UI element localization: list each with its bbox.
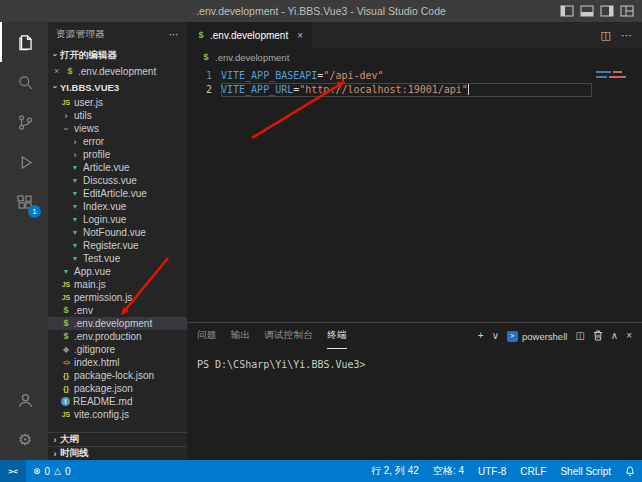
open-editor-item[interactable]: × $ .env.development bbox=[48, 64, 187, 78]
chevron-right-icon: › bbox=[61, 111, 71, 121]
vue-file-icon: ▼ bbox=[70, 216, 80, 223]
customize-layout-icon[interactable] bbox=[620, 5, 634, 17]
tree-file-NotFound.vue[interactable]: ▼NotFound.vue bbox=[48, 226, 187, 239]
file-label: user.js bbox=[74, 97, 103, 108]
open-editors-header[interactable]: › 打开的编辑器 bbox=[48, 46, 187, 64]
file-label: .env.production bbox=[74, 331, 142, 342]
settings-gear-icon[interactable]: ⚙ bbox=[0, 420, 48, 460]
encoding-status[interactable]: UTF-8 bbox=[471, 460, 513, 482]
file-label: error bbox=[83, 136, 104, 147]
vscode-window: .env.development - Yi.BBS.Vue3 - Visual … bbox=[0, 0, 642, 482]
breadcrumb[interactable]: $ .env.development bbox=[187, 48, 642, 66]
tree-file-package.json[interactable]: {}package.json bbox=[48, 382, 187, 395]
outline-section-header[interactable]: › 大纲 bbox=[48, 432, 187, 446]
js-file-icon: JS bbox=[61, 411, 71, 418]
timeline-section-header[interactable]: › 时间线 bbox=[48, 446, 187, 460]
close-panel-icon[interactable]: × bbox=[626, 331, 632, 341]
tree-file-.gitignore[interactable]: ◆.gitignore bbox=[48, 343, 187, 356]
indentation-status[interactable]: 空格: 4 bbox=[426, 460, 471, 482]
tree-file-index.html[interactable]: <>index.html bbox=[48, 356, 187, 369]
open-editor-label: .env.development bbox=[78, 66, 156, 77]
remote-indicator-icon[interactable]: >< bbox=[0, 460, 26, 482]
tree-file-user.js[interactable]: JSuser.js bbox=[48, 96, 187, 109]
code-editor[interactable]: 1VITE_APP_BASEAPI="/api-dev"2VITE_APP_UR… bbox=[187, 66, 642, 322]
error-count: 0 bbox=[45, 466, 51, 477]
tree-file-Discuss.vue[interactable]: ▼Discuss.vue bbox=[48, 174, 187, 187]
problems-status[interactable]: ⊗ 0 △ 0 bbox=[26, 460, 78, 482]
panel-tab-问题[interactable]: 问题 bbox=[197, 323, 217, 349]
panel-tab-输出[interactable]: 输出 bbox=[231, 323, 251, 349]
extensions-icon[interactable]: 1 bbox=[0, 182, 48, 222]
tree-file-EditArticle.vue[interactable]: ▼EditArticle.vue bbox=[48, 187, 187, 200]
chevron-down-icon: › bbox=[50, 82, 60, 92]
tree-file-README.md[interactable]: iREADME.md bbox=[48, 395, 187, 408]
panel-tab-调试控制台[interactable]: 调试控制台 bbox=[264, 323, 313, 349]
file-label: .env.development bbox=[74, 318, 152, 329]
eol-status[interactable]: CRLF bbox=[513, 460, 553, 482]
language-mode-status[interactable]: Shell Script bbox=[553, 460, 618, 482]
tree-file-Register.vue[interactable]: ▼Register.vue bbox=[48, 239, 187, 252]
tree-folder-views[interactable]: ›views bbox=[48, 122, 187, 135]
panel-tab-终端[interactable]: 终端 bbox=[327, 323, 347, 349]
error-icon: ⊗ bbox=[33, 466, 41, 476]
git-file-icon: ◆ bbox=[61, 346, 71, 354]
toggle-panel-icon[interactable] bbox=[580, 5, 594, 17]
tree-file-Login.vue[interactable]: ▼Login.vue bbox=[48, 213, 187, 226]
explorer-icon[interactable] bbox=[0, 22, 48, 62]
breadcrumb-item: .env.development bbox=[215, 52, 289, 63]
code-line-2[interactable]: 2VITE_APP_URL="http://localhost:19001/ap… bbox=[187, 83, 642, 97]
tree-file-App.vue[interactable]: ▼App.vue bbox=[48, 265, 187, 278]
terminal-output[interactable]: PS D:\CSharp\Yi\Yi.BBS.Vue3> bbox=[187, 349, 642, 460]
vue-file-icon: ▼ bbox=[70, 242, 80, 249]
tree-folder-error[interactable]: ›error bbox=[48, 135, 187, 148]
activity-bar-spacer bbox=[0, 222, 48, 380]
split-editor-icon[interactable]: ◫ bbox=[601, 29, 611, 42]
toggle-sidebar-icon[interactable] bbox=[560, 5, 574, 17]
toggle-secondary-sidebar-icon[interactable] bbox=[600, 5, 614, 17]
search-icon[interactable] bbox=[0, 62, 48, 102]
shell-file-icon: $ bbox=[65, 67, 75, 76]
file-label: vite.config.js bbox=[74, 409, 129, 420]
tree-file-Article.vue[interactable]: ▼Article.vue bbox=[48, 161, 187, 174]
md-file-icon: i bbox=[61, 397, 70, 406]
tree-folder-utils[interactable]: ›utils bbox=[48, 109, 187, 122]
tree-file-package-lock.json[interactable]: {}package-lock.json bbox=[48, 369, 187, 382]
close-icon[interactable]: × bbox=[54, 66, 62, 76]
account-icon[interactable] bbox=[0, 380, 48, 420]
run-debug-icon[interactable] bbox=[0, 142, 48, 182]
warning-count: 0 bbox=[65, 466, 71, 477]
split-terminal-icon[interactable]: ◫ bbox=[575, 331, 584, 341]
tree-file-permission.js[interactable]: JSpermission.js bbox=[48, 291, 187, 304]
source-control-icon[interactable] bbox=[0, 102, 48, 142]
tree-file-main.js[interactable]: JSmain.js bbox=[48, 278, 187, 291]
vue-file-icon: ▼ bbox=[61, 268, 71, 275]
tree-folder-profile[interactable]: ›profile bbox=[48, 148, 187, 161]
tree-file-.env.production[interactable]: $.env.production bbox=[48, 330, 187, 343]
terminal-profile-dropdown-icon[interactable]: ∨ bbox=[492, 331, 499, 341]
chevron-right-icon: › bbox=[50, 449, 60, 459]
tree-file-.env[interactable]: $.env bbox=[48, 304, 187, 317]
tree-file-.env.development[interactable]: $.env.development bbox=[48, 317, 187, 330]
panel-header: 问题输出调试控制台终端 + ∨ > powershell ◫ ∧ × bbox=[187, 323, 642, 349]
project-section-header[interactable]: › YI.BBS.VUE3 bbox=[48, 78, 187, 96]
tree-file-Test.vue[interactable]: ▼Test.vue bbox=[48, 252, 187, 265]
new-terminal-icon[interactable]: + bbox=[478, 331, 484, 341]
tab-env-development[interactable]: $ .env.development × bbox=[187, 22, 312, 48]
powershell-icon: > bbox=[507, 331, 518, 342]
code-line-1[interactable]: 1VITE_APP_BASEAPI="/api-dev" bbox=[187, 69, 642, 83]
file-tree: JSuser.js›utils›views›error›profile▼Arti… bbox=[48, 96, 187, 421]
maximize-panel-icon[interactable]: ∧ bbox=[611, 331, 618, 341]
file-label: index.html bbox=[74, 357, 120, 368]
terminal-prompt: PS D:\CSharp\Yi\Yi.BBS.Vue3> bbox=[197, 359, 366, 370]
sidebar-more-actions-icon[interactable]: ⋯ bbox=[169, 29, 179, 40]
tree-file-Index.vue[interactable]: ▼Index.vue bbox=[48, 200, 187, 213]
minimap[interactable] bbox=[596, 71, 634, 81]
tree-file-vite.config.js[interactable]: JSvite.config.js bbox=[48, 408, 187, 421]
file-label: Test.vue bbox=[83, 253, 120, 264]
editor-more-actions-icon[interactable]: ⋯ bbox=[621, 29, 632, 42]
terminal-instance-powershell[interactable]: > powershell bbox=[507, 331, 567, 342]
notifications-bell-icon[interactable] bbox=[618, 460, 642, 482]
cursor-position-status[interactable]: 行 2, 列 42 bbox=[364, 460, 426, 482]
kill-terminal-icon[interactable] bbox=[593, 330, 603, 343]
tab-close-icon[interactable]: × bbox=[297, 30, 303, 41]
